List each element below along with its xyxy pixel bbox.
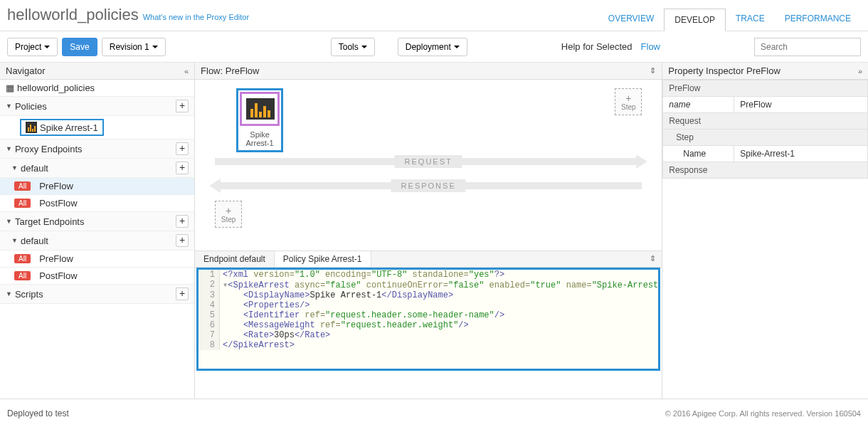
help-flow-link[interactable]: Flow bbox=[641, 41, 660, 52]
default-label: default bbox=[21, 236, 48, 246]
code-line: <MessageWeight ref="request.header.weigh… bbox=[220, 320, 469, 330]
expand-icon[interactable]: ⇕ bbox=[650, 66, 656, 75]
add-policy-button[interactable]: + bbox=[176, 100, 189, 112]
response-lane-label: RESPONSE bbox=[391, 179, 466, 192]
scripts-label: Scripts bbox=[15, 289, 43, 300]
nav-scripts[interactable]: ▼Scripts+ bbox=[0, 285, 194, 304]
code-line: <DisplayName>Spike Arrest-1</DisplayName… bbox=[220, 290, 453, 300]
default-label: default bbox=[21, 163, 48, 174]
policy-name: Spike Arrest-1 bbox=[40, 122, 98, 133]
nav-policies-label: Policies bbox=[15, 101, 47, 112]
nav-target-postflow[interactable]: AllPostFlow bbox=[0, 268, 194, 285]
step-label: Step bbox=[221, 216, 236, 223]
bar-chart-icon bbox=[246, 98, 275, 120]
code-line: <Rate>30ps</Rate> bbox=[220, 330, 330, 340]
collapse-icon[interactable]: » bbox=[858, 67, 862, 75]
flow-canvas: Spike Arrest-1 +Step REQUEST RESPONSE +S… bbox=[195, 80, 662, 251]
tab-trace[interactable]: TRACE bbox=[726, 8, 775, 31]
preflow-label: PreFlow bbox=[39, 181, 73, 191]
add-script-button[interactable]: + bbox=[176, 288, 189, 300]
line-number: 5 bbox=[199, 310, 220, 320]
inspector-title: Property Inspector PreFlow bbox=[668, 65, 780, 76]
add-step-response[interactable]: +Step bbox=[215, 201, 242, 228]
caret-icon bbox=[454, 46, 460, 48]
proxy-endpoints-label: Proxy Endpoints bbox=[15, 144, 83, 154]
whats-new-link[interactable]: What's new in the Proxy Editor bbox=[143, 13, 249, 21]
inspector-section: Step bbox=[663, 130, 868, 146]
nav-policy-item[interactable]: Spike Arrest-1 bbox=[0, 116, 194, 139]
add-flow-button[interactable]: + bbox=[176, 162, 189, 174]
search-input[interactable] bbox=[754, 38, 861, 56]
line-number: 6 bbox=[199, 320, 220, 330]
deployment-label: Deployment bbox=[406, 42, 451, 52]
tools-label: Tools bbox=[339, 42, 359, 52]
code-line: <Identifier ref="request.header.some-hea… bbox=[220, 310, 504, 320]
add-target-flow-button[interactable]: + bbox=[176, 234, 189, 247]
navigator-panel: Navigator« ▦helloworld_policies ▼Policie… bbox=[0, 63, 195, 399]
flow-title: Flow: PreFlow bbox=[201, 65, 259, 76]
project-dropdown[interactable]: Project bbox=[7, 38, 58, 56]
nav-target-endpoints[interactable]: ▼Target Endpoints+ bbox=[0, 212, 194, 231]
policy-card-label: Spike Arrest-1 bbox=[238, 127, 281, 150]
bar-chart-icon bbox=[26, 122, 37, 133]
nav-proxy-preflow[interactable]: AllPreFlow bbox=[0, 178, 194, 195]
line-number: 3 bbox=[199, 290, 220, 300]
tab-overview[interactable]: OVERVIEW bbox=[598, 8, 664, 31]
expand-icon: ▼ bbox=[6, 145, 12, 152]
add-target-endpoint-button[interactable]: + bbox=[176, 215, 189, 228]
revision-dropdown[interactable]: Revision 1 bbox=[102, 38, 166, 56]
target-endpoints-label: Target Endpoints bbox=[15, 216, 85, 227]
arrow-right-icon bbox=[636, 154, 647, 169]
all-badge: All bbox=[14, 199, 31, 208]
code-line: </SpikeArrest> bbox=[220, 340, 295, 350]
nav-root-label: helloworld_policies bbox=[17, 83, 95, 93]
deployment-dropdown[interactable]: Deployment bbox=[398, 38, 467, 56]
help-label: Help for Selected bbox=[561, 41, 633, 52]
save-button[interactable]: Save bbox=[62, 38, 97, 56]
inspector-section: Request bbox=[663, 113, 868, 130]
flow-policy-card[interactable]: Spike Arrest-1 bbox=[236, 88, 283, 152]
step-label: Step bbox=[621, 103, 636, 111]
tab-performance[interactable]: PERFORMANCE bbox=[775, 8, 861, 31]
line-number: 2 bbox=[199, 280, 220, 290]
request-lane-label: REQUEST bbox=[395, 155, 462, 168]
code-tab-policy[interactable]: Policy Spike Arrest-1 bbox=[275, 251, 371, 267]
code-line: ▾<SpikeArrest async="false" continueOnEr… bbox=[220, 280, 658, 290]
nav-proxy-endpoints[interactable]: ▼Proxy Endpoints+ bbox=[0, 139, 194, 159]
nav-proxy-postflow[interactable]: AllPostFlow bbox=[0, 195, 194, 212]
line-number: 4 bbox=[199, 300, 220, 310]
expand-icon: ▼ bbox=[6, 290, 12, 297]
inspector-section: Response bbox=[663, 162, 868, 179]
nav-policies[interactable]: ▼Policies+ bbox=[0, 97, 194, 116]
nav-root[interactable]: ▦helloworld_policies bbox=[0, 80, 194, 97]
nav-target-preflow[interactable]: AllPreFlow bbox=[0, 251, 194, 268]
nav-target-default[interactable]: ▼default+ bbox=[0, 231, 194, 251]
code-tab-endpoint[interactable]: Endpoint default bbox=[195, 251, 275, 267]
navigator-title: Navigator bbox=[6, 65, 46, 76]
expand-icon: ▼ bbox=[11, 164, 18, 172]
postflow-label: PostFlow bbox=[39, 270, 77, 281]
all-badge: All bbox=[14, 271, 31, 280]
line-number: 8 bbox=[199, 340, 220, 350]
copyright: © 2016 Apigee Corp. All rights reserved.… bbox=[665, 409, 861, 418]
prop-name-label: name bbox=[663, 97, 734, 113]
nav-proxy-default[interactable]: ▼default+ bbox=[0, 159, 194, 178]
revision-label: Revision 1 bbox=[110, 42, 149, 52]
property-inspector: Property Inspector PreFlow» PreFlow name… bbox=[662, 63, 868, 399]
add-proxy-endpoint-button[interactable]: + bbox=[176, 142, 189, 155]
tab-develop[interactable]: DEVELOP bbox=[664, 9, 726, 31]
expand-icon: ▼ bbox=[6, 218, 12, 225]
collapse-icon[interactable]: « bbox=[184, 67, 189, 75]
postflow-label: PostFlow bbox=[39, 198, 77, 209]
code-editor[interactable]: 1<?xml version="1.0" encoding="UTF-8" st… bbox=[196, 268, 660, 371]
add-step-request[interactable]: +Step bbox=[615, 88, 642, 115]
step-name-value[interactable]: Spike-Arrest-1 bbox=[734, 146, 868, 162]
line-number: 7 bbox=[199, 330, 220, 340]
caret-icon bbox=[361, 46, 367, 48]
expand-code-icon[interactable]: ⇕ bbox=[644, 251, 662, 267]
all-badge: All bbox=[14, 181, 31, 191]
prop-name-value[interactable]: PreFlow bbox=[734, 97, 868, 113]
tools-dropdown[interactable]: Tools bbox=[331, 38, 375, 56]
caret-icon bbox=[152, 46, 158, 48]
all-badge: All bbox=[14, 254, 31, 263]
